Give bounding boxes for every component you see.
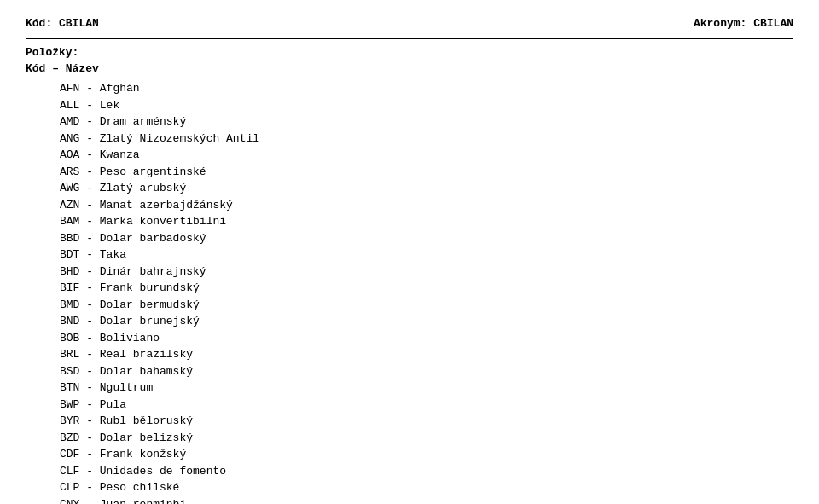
list-item: BDT - Taka bbox=[60, 246, 793, 264]
list-item: AFN - Afghán bbox=[60, 80, 793, 97]
list-item: AWG - Zlatý arubský bbox=[60, 180, 793, 197]
section-title: Položky: bbox=[26, 46, 793, 59]
list-item: AZN - Manat azerbajdžánský bbox=[60, 197, 793, 214]
list-item: BBD - Dolar barbadoský bbox=[60, 230, 793, 247]
list-item: BRL - Real brazilský bbox=[60, 346, 793, 363]
page-header: Kód: CBILAN Akronym: CBILAN bbox=[26, 17, 793, 30]
list-item: BYR - Rubl běloruský bbox=[60, 413, 793, 430]
list-item: CDF - Frank konžský bbox=[60, 446, 793, 463]
list-item: ALL - Lek bbox=[60, 97, 793, 114]
list-item: ANG - Zlatý Nizozemských Antil bbox=[60, 130, 793, 148]
list-item: BOB - Boliviano bbox=[60, 330, 793, 347]
list-item: BHD - Dinár bahrajnský bbox=[60, 264, 793, 281]
items-list: AFN - AfghánALL - LekAMD - Dram arménský… bbox=[60, 80, 793, 504]
list-item: BSD - Dolar bahamský bbox=[60, 363, 793, 380]
list-item: BMD - Dolar bermudský bbox=[60, 297, 793, 314]
header-akronym: Akronym: CBILAN bbox=[694, 17, 793, 30]
list-item: CLF - Unidades de fomento bbox=[60, 463, 793, 480]
list-item: BAM - Marka konvertibilní bbox=[60, 213, 793, 230]
list-item: BND - Dolar brunejský bbox=[60, 313, 793, 330]
list-item: AOA - Kwanza bbox=[60, 147, 793, 164]
list-item: CNY - Juan renminbi bbox=[60, 496, 793, 505]
list-item: CLP - Peso chilské bbox=[60, 479, 793, 496]
section-subtitle: Kód – Název bbox=[26, 62, 793, 75]
list-item: BWP - Pula bbox=[60, 397, 793, 414]
list-item: BIF - Frank burundský bbox=[60, 280, 793, 297]
header-kod: Kód: CBILAN bbox=[26, 17, 99, 30]
list-item: BTN - Ngultrum bbox=[60, 379, 793, 397]
header-divider bbox=[26, 38, 793, 39]
list-item: AMD - Dram arménský bbox=[60, 113, 793, 130]
list-item: BZD - Dolar belizský bbox=[60, 430, 793, 447]
list-item: ARS - Peso argentinské bbox=[60, 164, 793, 181]
